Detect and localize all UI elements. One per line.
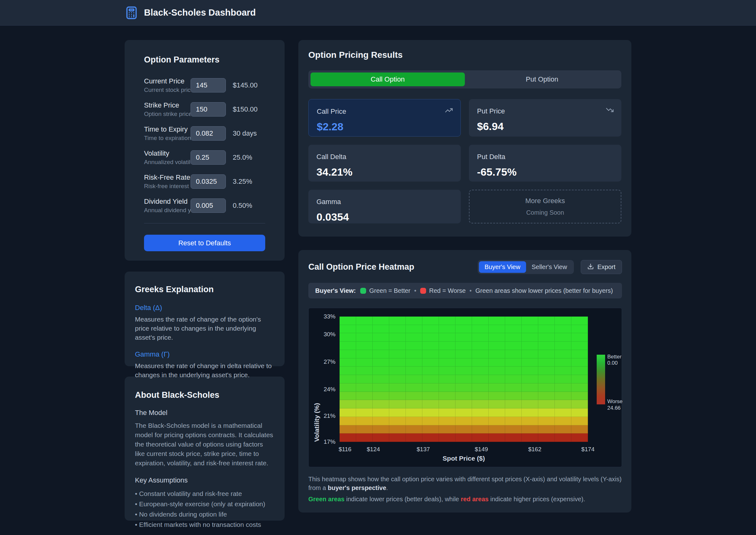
gamma-value: 0.0354 <box>316 211 453 223</box>
heatmap-cell <box>373 417 389 425</box>
reset-button[interactable]: Reset to Defaults <box>144 235 265 251</box>
strike-price-input[interactable] <box>191 102 226 117</box>
heatmap-cell <box>406 317 422 325</box>
heatmap-cell <box>522 350 538 358</box>
heatmap-cell <box>439 325 455 333</box>
heatmap-cell <box>422 417 439 425</box>
heatmap-cell <box>373 383 389 392</box>
call-price-value: $2.28 <box>317 121 452 133</box>
heatmap-cell <box>555 383 571 392</box>
heatmap-cell <box>472 325 489 333</box>
about-model-text: The Black-Scholes model is a mathematica… <box>135 421 274 468</box>
call-price-label: Call Price <box>317 107 452 116</box>
heatmap-cell <box>406 342 422 350</box>
risk-free-rate-input[interactable] <box>191 174 226 189</box>
heatmap-cell <box>505 317 522 325</box>
y-axis-label: Volatility (%) <box>313 317 320 442</box>
heatmap-cell <box>422 408 439 417</box>
call-delta-value: 34.21% <box>316 166 453 178</box>
heatmap-cell <box>489 367 505 375</box>
heatmap-cell <box>356 350 373 358</box>
heatmap-cell <box>505 434 522 442</box>
heatmap-cell <box>373 434 389 442</box>
current-price-input[interactable] <box>191 78 226 93</box>
volatility-input[interactable] <box>191 150 226 165</box>
heatmap-cell <box>356 425 373 434</box>
heatmap-cell <box>489 375 505 383</box>
export-button[interactable]: Export <box>581 260 622 274</box>
about-model-heading: The Model <box>135 409 274 417</box>
heatmap-cell <box>571 383 588 392</box>
heatmap-cell <box>455 417 472 425</box>
heatmap-cell <box>571 358 588 367</box>
colorbar-bottom-label: Worse 24.66 <box>607 398 623 411</box>
param-label: Risk-Free Rate <box>144 173 191 182</box>
heatmap-cell <box>356 342 373 350</box>
heatmap-cell <box>455 333 472 342</box>
heatmap-cell <box>339 367 356 375</box>
heatmap-cell <box>555 400 571 408</box>
x-tick-label: $162 <box>528 446 541 453</box>
heatmap-cell <box>339 358 356 367</box>
heatmap-cell <box>489 350 505 358</box>
heatmap-cell <box>472 408 489 417</box>
heatmap-cell <box>522 408 538 417</box>
heatmap-plot: 33%30%27%24%21%17% $116$124$137$149$162$… <box>339 317 588 442</box>
heatmap-cell <box>472 342 489 350</box>
heatmap-cell <box>555 375 571 383</box>
heatmap-cell <box>439 392 455 400</box>
heatmap-cell <box>555 333 571 342</box>
heatmap-cell <box>389 400 406 408</box>
put-price-label: Put Price <box>477 107 613 115</box>
heatmap-cell <box>555 392 571 400</box>
heatmap-cell <box>373 408 389 417</box>
heatmap-cell <box>389 333 406 342</box>
heatmap-cell <box>505 383 522 392</box>
heatmap-cell <box>489 400 505 408</box>
heatmap-cell <box>389 434 406 442</box>
heatmap-cell <box>455 367 472 375</box>
call-option-tab[interactable]: Call Option <box>310 72 465 86</box>
param-sublabel: Risk-free interest r… <box>144 183 191 190</box>
buyers-view-tab[interactable]: Buyer's View <box>479 261 526 273</box>
view-toggle: Buyer's View Seller's View <box>478 260 574 274</box>
heatmap-cell <box>538 325 555 333</box>
heatmap-cell <box>356 417 373 425</box>
heatmap-cell <box>356 317 373 325</box>
heatmap-cell <box>472 367 489 375</box>
param-label: Strike Price <box>144 101 191 109</box>
results-title: Option Pricing Results <box>308 50 621 60</box>
heatmap-cell <box>356 408 373 417</box>
heatmap-cell <box>339 400 356 408</box>
app-title: Black-Scholes Dashboard <box>144 8 256 18</box>
heatmap-cell <box>356 400 373 408</box>
dividend-yield-input[interactable] <box>191 198 226 213</box>
heatmap-cell <box>538 417 555 425</box>
heatmap-legend: Buyer's View: Green = Better • Red = Wor… <box>308 283 622 298</box>
heatmap-cell <box>538 375 555 383</box>
heatmap-cell <box>571 392 588 400</box>
option-pricing-results-card: Option Pricing Results Call Option Put O… <box>298 40 631 237</box>
param-formatted-value: 3.25% <box>233 178 265 185</box>
heatmap-cell <box>339 392 356 400</box>
heatmap-cell <box>505 325 522 333</box>
time-to-expiry-input[interactable] <box>191 126 226 141</box>
sellers-view-tab[interactable]: Seller's View <box>526 261 573 273</box>
y-tick-label: 24% <box>324 386 336 393</box>
heatmap-cell <box>422 434 439 442</box>
heatmap-cell <box>422 400 439 408</box>
heatmap-cell <box>373 375 389 383</box>
divider <box>144 223 265 223</box>
heatmap-cell <box>472 317 489 325</box>
heatmap-cell <box>505 333 522 342</box>
heatmap-cell <box>522 333 538 342</box>
heatmap-cell <box>571 325 588 333</box>
heatmap-cell <box>571 425 588 434</box>
put-option-tab[interactable]: Put Option <box>465 72 619 86</box>
put-price-card: Put Price $6.94 <box>469 99 621 137</box>
heatmap-cell <box>538 358 555 367</box>
heatmap-cell <box>489 434 505 442</box>
heatmap-cell <box>422 350 439 358</box>
heatmap-cell <box>455 342 472 350</box>
param-label: Volatility <box>144 149 191 157</box>
